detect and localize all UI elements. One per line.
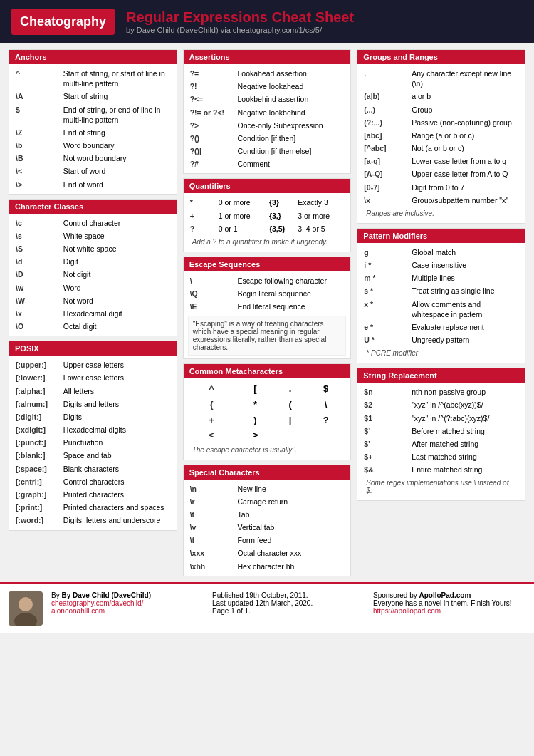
page-subtitle: by Dave Child (DaveChild) via cheatograp… — [126, 26, 354, 34]
special-header: Special Characters — [184, 465, 351, 480]
footer: By By Dave Child (DaveChild) cheatograph… — [0, 582, 534, 633]
table-row: ^Start of string, or start of line in mu… — [14, 67, 172, 90]
table-row: [:alpha:]All letters — [14, 385, 172, 398]
assertions-header: Assertions — [184, 50, 351, 64]
table-row: \xhhHex character hh — [188, 560, 347, 573]
sponsor-desc: Everyone has a novel in them. Finish You… — [373, 599, 525, 607]
table-row: [:lower:]Lower case letters — [14, 371, 172, 384]
table-row: [a-q]Lower case letter from a to q — [362, 155, 520, 167]
column-2: Assertions ?=Lookahead assertion ?!Negat… — [180, 49, 355, 576]
table-row: \wWord — [14, 281, 172, 294]
table-row: ?!Negative lookahead — [188, 80, 347, 93]
author-avatar — [9, 591, 43, 626]
table-row: ?()Condition [if then] — [188, 132, 347, 145]
special-table: \nNew line \rCarriage return \tTab \vVer… — [188, 482, 347, 573]
assertions-body: ?=Lookahead assertion ?!Negative lookahe… — [184, 64, 351, 173]
table-row: <> — [188, 428, 347, 443]
section-escape: Escape Sequences \Escape following chara… — [183, 257, 352, 360]
table-row: m *Multiple lines — [362, 271, 520, 284]
table-row: [:print:]Printed characters and spaces — [14, 501, 172, 514]
table-row: .Any character except new line (\n) — [362, 67, 520, 90]
pattern-mod-note: * PCRE modifier — [362, 346, 520, 360]
table-row: \<Start of word — [14, 165, 172, 177]
table-row: i *Case-insensitive — [362, 259, 520, 271]
table-row: $nnth non-passive group — [362, 385, 520, 398]
table-row: [:word:]Digits, letters and underscore — [14, 514, 172, 527]
table-row: \rCarriage return — [188, 495, 347, 508]
page-title: Regular Expressions Cheat Sheet — [126, 9, 354, 26]
footer-meta: Published 19th October, 2011. Last updat… — [212, 591, 365, 615]
table-row: $'After matched string — [362, 437, 520, 450]
table-row: \bWord boundary — [14, 139, 172, 152]
table-row: \xGroup/subpattern number "x" — [362, 194, 520, 207]
anchors-header: Anchors — [9, 50, 177, 64]
sponsor-link[interactable]: https://apollopad.com — [373, 607, 441, 615]
author-name: By Dave Child (DaveChild) — [61, 591, 151, 599]
footer-author: By By Dave Child (DaveChild) — [51, 591, 204, 599]
quantifiers-header: Quantifiers — [184, 179, 351, 193]
table-row: s *Treat string as single line — [362, 284, 520, 297]
table-row: \ZEnd of string — [14, 126, 172, 139]
table-row: U *Ungreedy pattern — [362, 333, 520, 346]
table-row: $End of string, or end of line in multi-… — [14, 103, 172, 126]
quantifiers-body: *0 or more {3}Exactly 3 +1 or more {3,}3… — [184, 193, 351, 252]
table-row: ?#Comment — [188, 157, 347, 170]
avatar-image — [9, 591, 43, 626]
table-row: \SNot white space — [14, 242, 172, 255]
svg-point-1 — [19, 597, 33, 611]
table-row: gGlobal match — [362, 246, 520, 259]
table-row: ?>Once-only Subexpression — [188, 119, 347, 132]
table-row: \fForm feed — [188, 534, 347, 547]
groups-table: .Any character except new line (\n) (a|b… — [362, 67, 520, 207]
table-row: [:space:]Blank characters — [14, 462, 172, 475]
groups-header: Groups and Ranges — [357, 50, 525, 64]
author-link-1[interactable]: cheatography.com/davechild/ — [51, 599, 143, 607]
header-title-block: Regular Expressions Cheat Sheet by Dave … — [126, 9, 354, 34]
table-row: [:upper:]Upper case letters — [14, 358, 172, 371]
footer-published: Published 19th October, 2011. — [212, 591, 365, 599]
table-row: $+Last matched string — [362, 450, 520, 463]
header: Cheatography Regular Expressions Cheat S… — [0, 0, 534, 43]
table-row: \dDigit — [14, 255, 172, 268]
table-row: ?<=Lookbehind assertion — [188, 93, 347, 105]
anchors-table: ^Start of string, or start of line in mu… — [14, 67, 172, 191]
author-link-2[interactable]: aloneonahill.com — [51, 607, 105, 615]
section-anchors: Anchors ^Start of string, or start of li… — [9, 49, 177, 195]
pattern-mod-body: gGlobal match i *Case-insensitive m *Mul… — [357, 243, 525, 363]
table-row: \OOctal digit — [14, 320, 172, 333]
table-row: ?()|Condition [if then else] — [188, 145, 347, 157]
sponsor-label: Sponsored by ApolloPad.com — [373, 591, 525, 599]
table-row: \cControl character — [14, 217, 172, 229]
escape-header: Escape Sequences — [184, 257, 351, 271]
table-row: \tTab — [188, 508, 347, 521]
table-row: [:digit:]Digits — [14, 410, 172, 423]
table-row: [:graph:]Printed characters — [14, 488, 172, 501]
column-3: Groups and Ranges .Any character except … — [354, 49, 528, 576]
section-quantifiers: Quantifiers *0 or more {3}Exactly 3 +1 o… — [183, 178, 352, 252]
char-classes-table: \cControl character \sWhite space \SNot … — [14, 217, 172, 333]
table-row: [^abc]Not (a or b or c) — [362, 142, 520, 155]
posix-header: POSIX — [9, 341, 177, 356]
section-groups: Groups and Ranges .Any character except … — [357, 49, 525, 224]
special-body: \nNew line \rCarriage return \tTab \vVer… — [184, 480, 351, 576]
footer-updated: Last updated 12th March, 2020. — [212, 599, 365, 607]
table-row: $`Before matched string — [362, 425, 520, 437]
table-row: [:punct:]Punctuation — [14, 436, 172, 449]
posix-table: [:upper:]Upper case letters [:lower:]Low… — [14, 358, 172, 527]
table-row: \xHexadecimal digit — [14, 307, 172, 320]
table-row: $2"xyz" in /^(abc(xyz))$/ — [362, 398, 520, 411]
metachar-note: The escape character is usually \ — [188, 443, 347, 457]
footer-author-block: By By Dave Child (DaveChild) cheatograph… — [51, 591, 204, 615]
table-row: [:cntrl:]Control characters — [14, 475, 172, 488]
metachar-table: ^[.$ {*(\ +)|? <> — [188, 381, 347, 442]
table-row: \WNot word — [14, 294, 172, 307]
table-row: [A-Q]Upper case letter from A to Q — [362, 167, 520, 180]
metachar-body: ^[.$ {*(\ +)|? <> The escape character i… — [184, 378, 351, 459]
table-row: ?!= or ?<!Negative lookbehind — [188, 106, 347, 119]
table-row: *0 or more {3}Exactly 3 — [188, 196, 347, 209]
table-row: +)|? — [188, 413, 347, 428]
table-row: \AStart of string — [14, 90, 172, 103]
section-posix: POSIX [:upper:]Upper case letters [:lowe… — [9, 341, 177, 530]
table-row: ^[.$ — [188, 381, 347, 397]
table-row: [:xdigit:]Hexadecimal digits — [14, 423, 172, 436]
